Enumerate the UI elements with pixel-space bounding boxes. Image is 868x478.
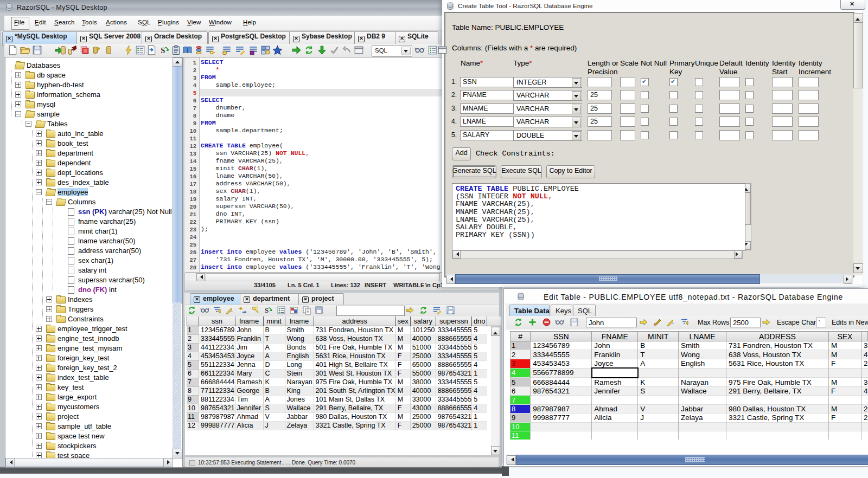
svg-text:S: S	[265, 306, 269, 314]
svg-text:S: S	[161, 46, 165, 55]
